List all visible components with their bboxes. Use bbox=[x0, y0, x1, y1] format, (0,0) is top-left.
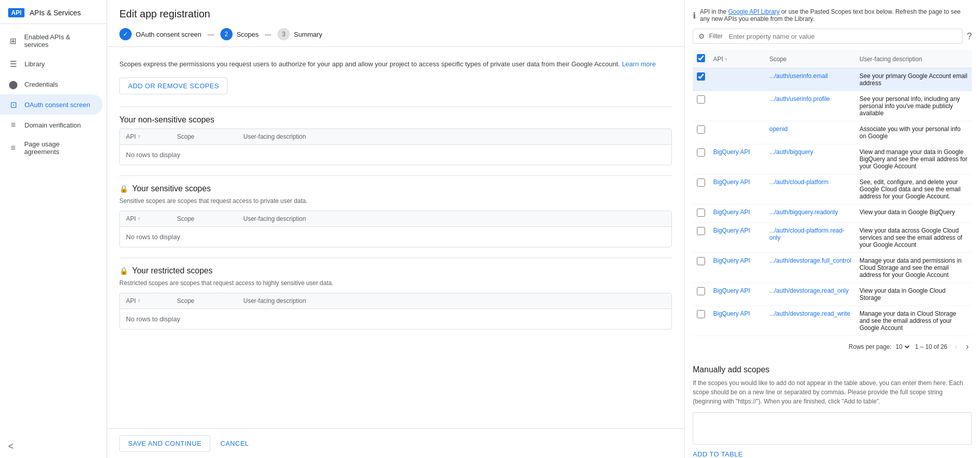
scopes-table-body: .../auth/userinfo.email See your primary… bbox=[693, 68, 972, 336]
row-scope-7: .../auth/devstorage.full_control bbox=[765, 253, 856, 283]
row-checkbox-4[interactable] bbox=[697, 179, 705, 187]
add-to-table-button[interactable]: ADD TO TABLE bbox=[693, 446, 743, 458]
row-checkbox-1[interactable] bbox=[697, 95, 705, 104]
save-continue-button[interactable]: SAVE AND CONTINUE bbox=[119, 435, 210, 452]
divider-3 bbox=[119, 258, 672, 258]
right-panel: ℹ API in the Google API Library or use t… bbox=[684, 0, 980, 458]
row-desc-4: See, edit, configure, and delete your Go… bbox=[856, 174, 972, 205]
row-scope-2: openid bbox=[765, 121, 856, 144]
row-checkbox-cell-4[interactable] bbox=[693, 174, 709, 205]
row-checkbox-cell-9[interactable] bbox=[693, 306, 709, 336]
row-desc-8: View your data in Google Cloud Storage bbox=[856, 283, 972, 306]
row-checkbox-9[interactable] bbox=[697, 310, 705, 318]
col-checkbox-header bbox=[693, 50, 709, 68]
restricted-table-header: API ↑ Scope User-facing description bbox=[120, 293, 671, 309]
col-scope-1: Scope bbox=[177, 133, 243, 140]
restricted-title-text: Your restricted scopes bbox=[132, 266, 213, 275]
row-checkbox-cell-5[interactable] bbox=[693, 205, 709, 223]
table-row: .../auth/userinfo.email See your primary… bbox=[693, 68, 972, 91]
stepper: ✓ OAuth consent screen — 2 Scopes — 3 Su… bbox=[119, 28, 672, 46]
sidebar-item-label: Credentials bbox=[24, 81, 58, 88]
library-icon: ☰ bbox=[8, 59, 18, 69]
row-checkbox-8[interactable] bbox=[697, 287, 705, 295]
filter-bar[interactable]: ⚙ Filter bbox=[693, 29, 963, 44]
non-sensitive-table: API ↑ Scope User-facing description No r… bbox=[119, 129, 672, 165]
row-checkbox-3[interactable] bbox=[697, 148, 705, 157]
manually-add-description: If the scopes you would like to add do n… bbox=[693, 378, 972, 406]
table-row: BigQuery API .../auth/cloud-platform.rea… bbox=[693, 223, 972, 253]
api-icon: API bbox=[8, 8, 24, 17]
row-scope-9: .../auth/devstorage.read_write bbox=[765, 306, 856, 336]
table-header-row: API ↑ Scope User-facing description bbox=[693, 50, 972, 68]
collapse-button[interactable]: < bbox=[8, 441, 14, 451]
table-row: .../auth/userinfo.profile See your perso… bbox=[693, 91, 972, 121]
table-row: openid Associate you with your personal … bbox=[693, 121, 972, 144]
row-checkbox-0[interactable] bbox=[697, 72, 705, 81]
row-scope-6: .../auth/cloud-platform.read-only bbox=[765, 223, 856, 253]
row-desc-7: Manage your data and permissions in Clou… bbox=[856, 253, 972, 283]
filter-input[interactable] bbox=[729, 33, 957, 40]
row-api-7: BigQuery API bbox=[709, 253, 765, 283]
non-sensitive-table-header: API ↑ Scope User-facing description bbox=[120, 129, 671, 145]
sidebar-footer: < bbox=[0, 435, 107, 458]
row-checkbox-cell-3[interactable] bbox=[693, 144, 709, 174]
row-checkbox-7[interactable] bbox=[697, 257, 705, 265]
step-2-circle: 2 bbox=[220, 28, 233, 40]
prev-page-button[interactable]: ‹ bbox=[951, 340, 961, 353]
sort-arrow-1: ↑ bbox=[138, 134, 140, 139]
row-checkbox-cell-2[interactable] bbox=[693, 121, 709, 144]
filter-label: Filter bbox=[709, 33, 723, 40]
row-scope-5: .../auth/bigquery.readonly bbox=[765, 205, 856, 223]
row-checkbox-cell-1[interactable] bbox=[693, 91, 709, 121]
step-2-label: Scopes bbox=[237, 31, 259, 38]
credentials-icon: ⬤ bbox=[8, 79, 18, 89]
row-checkbox-cell-6[interactable] bbox=[693, 223, 709, 253]
row-scope-4: .../auth/cloud-platform bbox=[765, 174, 856, 205]
row-checkbox-6[interactable] bbox=[697, 227, 705, 235]
table-row: BigQuery API .../auth/cloud-platform See… bbox=[693, 174, 972, 205]
row-checkbox-2[interactable] bbox=[697, 125, 705, 134]
select-all-checkbox[interactable] bbox=[697, 54, 705, 62]
step-1-circle: ✓ bbox=[119, 28, 132, 40]
row-checkbox-5[interactable] bbox=[697, 209, 705, 217]
help-icon[interactable]: ? bbox=[967, 31, 972, 42]
manually-add-title: Manually add scopes bbox=[693, 365, 972, 374]
google-api-library-link[interactable]: Google API Library bbox=[728, 8, 780, 15]
row-desc-1: See your personal info, including any pe… bbox=[856, 91, 972, 121]
divider-1 bbox=[119, 107, 672, 107]
row-api-5: BigQuery API bbox=[709, 205, 765, 223]
scopes-intro-section: Scopes express the permissions you reque… bbox=[119, 59, 672, 94]
next-page-button[interactable]: › bbox=[963, 340, 972, 353]
sidebar-item-page-usage[interactable]: ≡ Page usage agreements bbox=[0, 135, 103, 161]
cancel-button[interactable]: CANCEL bbox=[216, 436, 253, 451]
sidebar-item-enabled-apis[interactable]: ⊞ Enabled APIs & services bbox=[0, 28, 103, 54]
main-content: Scopes express the permissions you reque… bbox=[107, 47, 684, 428]
row-api-1 bbox=[709, 91, 765, 121]
non-sensitive-empty: No rows to display bbox=[120, 145, 671, 165]
sensitive-title-text: Your sensitive scopes bbox=[132, 184, 211, 193]
rows-per-page-select[interactable]: 10 25 50 bbox=[894, 343, 911, 351]
sidebar-item-label: Domain verification bbox=[24, 121, 81, 129]
sidebar-item-oauth-consent[interactable]: ⊡ OAuth consent screen bbox=[0, 94, 103, 115]
col-api-3: API ↑ bbox=[126, 297, 177, 304]
restricted-table: API ↑ Scope User-facing description No r… bbox=[119, 293, 672, 329]
col-api-header[interactable]: API ↑ bbox=[709, 50, 765, 68]
sidebar-item-credentials[interactable]: ⬤ Credentials bbox=[0, 74, 103, 94]
sidebar-item-label: Page usage agreements bbox=[24, 140, 94, 156]
non-sensitive-section: Your non-sensitive scopes API ↑ Scope Us… bbox=[119, 115, 672, 165]
step-divider-2: — bbox=[265, 31, 271, 38]
row-checkbox-cell-8[interactable] bbox=[693, 283, 709, 306]
row-scope-3: .../auth/bigquery bbox=[765, 144, 856, 174]
page-title: Edit app registration bbox=[119, 8, 672, 20]
step-3-label: Summary bbox=[294, 31, 322, 38]
row-api-9: BigQuery API bbox=[709, 306, 765, 336]
add-remove-scopes-button[interactable]: ADD OR REMOVE SCOPES bbox=[119, 78, 228, 94]
row-checkbox-cell-0[interactable] bbox=[693, 68, 709, 91]
learn-more-link[interactable]: Learn more bbox=[622, 60, 656, 68]
row-checkbox-cell-7[interactable] bbox=[693, 253, 709, 283]
sidebar-item-domain-verification[interactable]: ≡ Domain verification bbox=[0, 115, 103, 135]
manually-add-textarea[interactable] bbox=[693, 412, 972, 445]
row-api-0 bbox=[709, 68, 765, 91]
sidebar-item-library[interactable]: ☰ Library bbox=[0, 54, 103, 74]
row-api-6: BigQuery API bbox=[709, 223, 765, 253]
